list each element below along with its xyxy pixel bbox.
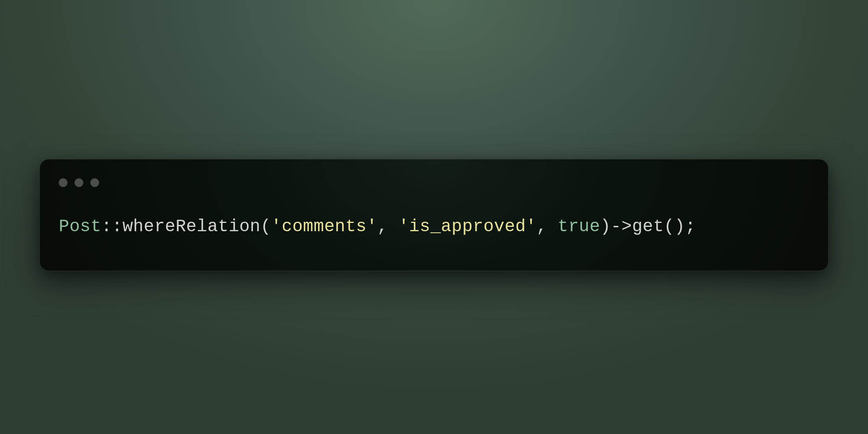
token-paren-open: ( — [664, 217, 675, 236]
token-method: whereRelation — [122, 217, 260, 236]
token-method: get — [632, 217, 664, 236]
window-controls — [59, 178, 809, 187]
code-content: Post::whereRelation('comments', 'is_appr… — [59, 215, 809, 239]
token-keyword-true: true — [558, 217, 600, 236]
token-paren-close: ) — [600, 217, 611, 236]
token-class: Post — [59, 217, 101, 236]
token-string: 'comments' — [271, 217, 377, 236]
window-close-dot[interactable] — [59, 178, 67, 187]
token-comma: , — [537, 217, 558, 236]
token-paren-close: ) — [675, 217, 685, 236]
token-arrow-operator: -> — [611, 217, 632, 236]
window-minimize-dot[interactable] — [75, 178, 83, 187]
window-maximize-dot[interactable] — [90, 178, 99, 187]
token-comma: , — [377, 217, 398, 236]
token-string: 'is_approved' — [398, 217, 537, 236]
code-window: Post::whereRelation('comments', 'is_appr… — [39, 159, 829, 271]
token-paren-open: ( — [260, 217, 271, 236]
token-semicolon: ; — [685, 217, 696, 236]
token-scope-operator: :: — [101, 217, 123, 236]
